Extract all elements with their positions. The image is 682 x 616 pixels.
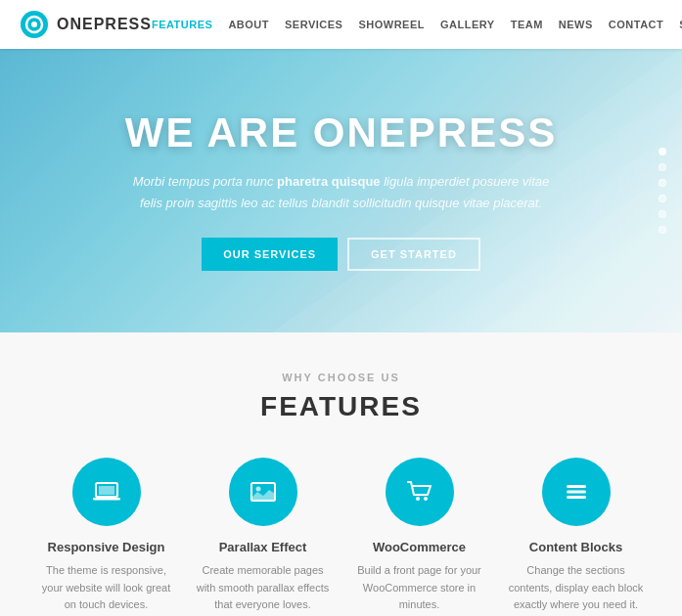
nav-item-about[interactable]: ABOUT <box>228 19 269 30</box>
nav: FEATURES ABOUT SERVICES SHOWREEL GALLERY… <box>152 19 682 30</box>
feature-parallax-desc: Create memorable pages with smooth paral… <box>195 562 332 614</box>
hero-content: WE ARE ONEPRESS Morbi tempus porta nunc … <box>67 110 616 271</box>
feature-parallax-name: Parallax Effect <box>195 540 332 554</box>
features-section: WHY CHOOSE US FEATURES Responsive Design… <box>0 332 682 616</box>
scroll-dot-6[interactable] <box>659 226 666 234</box>
svg-rect-45 <box>567 496 586 499</box>
our-services-button[interactable]: OUR SERVICES <box>202 238 338 271</box>
image-icon <box>248 476 279 507</box>
scroll-dot-5[interactable] <box>659 210 666 218</box>
nav-item-news[interactable]: NEWS <box>559 19 593 30</box>
nav-item-gallery[interactable]: GALLERY <box>440 19 495 30</box>
feature-responsive: Responsive Design The theme is responsiv… <box>28 458 185 614</box>
hero-subtitle: Morbi tempus porta nunc pharetra quisque… <box>130 171 551 214</box>
scroll-dot-4[interactable] <box>659 195 666 202</box>
hero-subtitle-bold: pharetra quisque <box>277 174 380 189</box>
feature-parallax: Parallax Effect Create memorable pages w… <box>185 458 341 614</box>
laptop-icon <box>91 476 122 507</box>
get-started-button[interactable]: GET STARTED <box>347 238 480 271</box>
hero-subtitle-plain: Morbi tempus porta nunc <box>133 174 277 189</box>
svg-point-41 <box>416 497 420 501</box>
feature-woocommerce: WooCommerce Build a front page for your … <box>341 458 498 614</box>
logo[interactable]: ONEPRESS <box>20 10 152 39</box>
hero-section: WE ARE ONEPRESS Morbi tempus porta nunc … <box>0 49 682 332</box>
feature-responsive-desc: The theme is responsive, your website wi… <box>38 562 175 614</box>
feature-content-blocks-desc: Change the sections contents, display ea… <box>508 562 645 614</box>
features-subtitle: WHY CHOOSE US <box>20 372 662 383</box>
nav-item-showreel[interactable]: SHOWREEL <box>358 19 425 30</box>
scroll-dot-2[interactable] <box>659 163 666 171</box>
content-blocks-icon-circle <box>542 458 611 526</box>
logo-icon <box>20 10 49 39</box>
logo-text: ONEPRESS <box>57 16 152 33</box>
parallax-icon-circle <box>229 458 297 526</box>
header: ONEPRESS FEATURES ABOUT SERVICES SHOWREE… <box>0 0 682 49</box>
scroll-indicators <box>659 148 666 234</box>
svg-point-42 <box>424 497 428 501</box>
scroll-dot-3[interactable] <box>659 179 666 187</box>
nav-item-services[interactable]: SERVICES <box>285 19 342 30</box>
nav-item-features[interactable]: FEATURES <box>152 19 212 30</box>
cart-icon <box>404 476 435 507</box>
feature-woocommerce-desc: Build a front page for your WooCommerce … <box>351 562 488 614</box>
nav-item-team[interactable]: TEAM <box>511 19 543 30</box>
feature-content-blocks: Content Blocks Change the sections conte… <box>498 458 655 614</box>
scroll-dot-1[interactable] <box>659 148 666 155</box>
svg-point-40 <box>255 487 260 492</box>
hero-title: WE ARE ONEPRESS <box>125 110 558 155</box>
woocommerce-icon-circle <box>386 458 454 526</box>
feature-responsive-name: Responsive Design <box>38 540 175 554</box>
nav-item-contact[interactable]: CONTACT <box>609 19 663 30</box>
features-grid: Responsive Design The theme is responsiv… <box>20 458 662 614</box>
responsive-design-icon-circle <box>72 458 141 526</box>
hero-buttons: OUR SERVICES GET STARTED <box>125 238 558 271</box>
feature-woocommerce-name: WooCommerce <box>351 540 488 554</box>
features-title: FEATURES <box>20 391 662 422</box>
feature-content-blocks-name: Content Blocks <box>508 540 645 554</box>
svg-point-2 <box>31 22 37 27</box>
svg-rect-37 <box>99 486 114 495</box>
blocks-icon <box>561 476 592 507</box>
svg-rect-44 <box>567 491 586 494</box>
svg-rect-43 <box>567 485 586 488</box>
svg-rect-38 <box>93 498 120 501</box>
